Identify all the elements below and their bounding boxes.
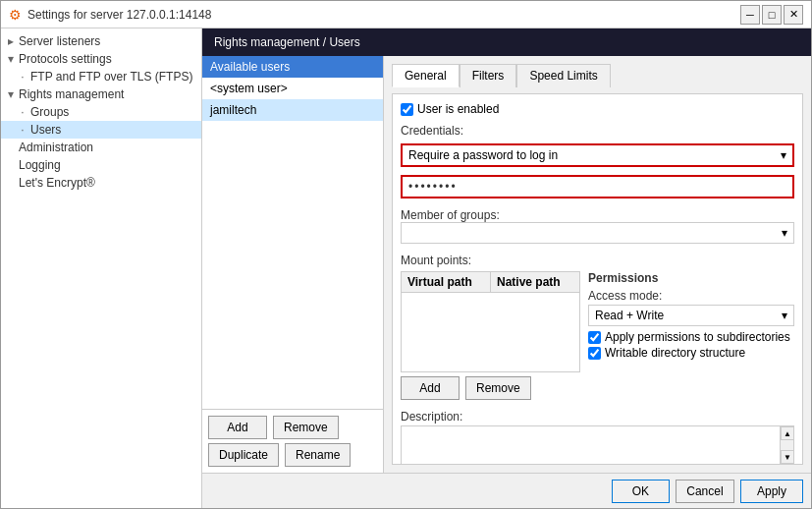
tab-general[interactable]: General: [392, 64, 460, 87]
sidebar-label: Protocols settings: [19, 52, 112, 66]
main-window: ⚙ Settings for server 127.0.0.1:14148 ─ …: [0, 0, 812, 509]
window-icon: ⚙: [9, 7, 22, 23]
permissions-label: Permissions: [588, 271, 794, 285]
expand-icon: ·: [17, 70, 28, 84]
sidebar-label: Users: [30, 123, 61, 137]
member-dropdown-arrow-icon: ▾: [782, 226, 787, 240]
sidebar-label: Rights management: [19, 87, 124, 101]
panel-body: Available users <system user> jamiltech …: [202, 56, 811, 473]
access-dropdown-arrow-icon: ▾: [782, 309, 787, 322]
mount-remove-button[interactable]: Remove: [465, 376, 531, 400]
sidebar-label: Let's Encrypt®: [19, 176, 95, 190]
user-enabled-checkbox[interactable]: [401, 103, 413, 116]
sidebar-item-protocols-settings[interactable]: ▾ Protocols settings: [1, 50, 201, 68]
sidebar-item-ftp-ftps[interactable]: · FTP and FTP over TLS (FTPS): [1, 68, 201, 85]
password-dropdown-label: Require a password to log in: [408, 148, 558, 162]
description-label: Description:: [401, 410, 794, 424]
virtual-path-col-header: Virtual path: [402, 272, 491, 292]
sidebar-item-rights-management[interactable]: ▾ Rights management: [1, 85, 201, 103]
mount-buttons: Add Remove: [401, 376, 580, 400]
dash-icon: ·: [17, 105, 28, 119]
dropdown-arrow-icon: ▾: [781, 148, 786, 162]
users-list-buttons: Add Remove Duplicate Rename: [202, 409, 383, 473]
tabs: General Filters Speed Limits: [392, 64, 803, 87]
access-mode-dropdown[interactable]: Read + Write ▾: [588, 305, 794, 326]
member-dropdown[interactable]: ▾: [401, 222, 794, 244]
user-label: <system user>: [210, 82, 288, 95]
permissions-panel: Permissions Access mode: Read + Write ▾ …: [588, 271, 794, 400]
writable-dir-label: Writable directory structure: [605, 346, 745, 360]
description-scrollbar[interactable]: ▲ ▼: [780, 426, 793, 464]
mount-table: Virtual path Native path: [401, 271, 580, 372]
minimize-button[interactable]: ─: [740, 5, 760, 25]
window-controls: ─ □ ✕: [740, 5, 803, 25]
users-list-header: Available users: [202, 56, 383, 78]
tab-content-general: User is enabled Credentials: Require a p…: [392, 93, 803, 465]
scroll-up-arrow[interactable]: ▲: [781, 426, 794, 440]
expand-icon: ▸: [5, 34, 17, 48]
panel-header: Rights management / Users: [202, 28, 811, 56]
footer: OK Cancel Apply: [202, 473, 811, 508]
add-user-button[interactable]: Add: [208, 416, 267, 439]
mount-table-body: [402, 293, 579, 371]
apply-button[interactable]: Apply: [740, 480, 803, 503]
rename-user-button[interactable]: Rename: [285, 443, 351, 467]
right-panel: Rights management / Users Available user…: [202, 28, 811, 508]
sidebar-item-lets-encrypt[interactable]: Let's Encrypt®: [1, 174, 201, 192]
main-content: ▸ Server listeners ▾ Protocols settings …: [1, 28, 811, 508]
mount-points-label: Mount points:: [401, 254, 794, 267]
expand-icon: ▾: [5, 87, 17, 101]
mount-points-section: Mount points: Virtual path Native path: [401, 254, 794, 400]
writable-dir-checkbox[interactable]: [588, 347, 601, 360]
sidebar-label: Administration: [19, 141, 93, 154]
access-mode-value: Read + Write: [595, 309, 664, 322]
description-section: Description: ▲ ▼: [401, 410, 794, 465]
member-of-groups-section: Member of groups: ▾: [401, 206, 794, 244]
sidebar-item-administration[interactable]: Administration: [1, 139, 201, 156]
btn-row-2: Duplicate Rename: [208, 443, 377, 467]
users-list: Available users <system user> jamiltech …: [202, 56, 384, 473]
sidebar-item-logging[interactable]: Logging: [1, 156, 201, 174]
writable-dir-row: Writable directory structure: [588, 346, 794, 360]
sidebar-item-server-listeners[interactable]: ▸ Server listeners: [1, 32, 201, 50]
password-field[interactable]: ••••••••: [401, 175, 794, 198]
detail-panel: General Filters Speed Limits: [384, 56, 811, 473]
cancel-button[interactable]: Cancel: [676, 480, 734, 503]
description-box[interactable]: ▲ ▼: [401, 425, 794, 465]
apply-subdirs-checkbox[interactable]: [588, 331, 601, 344]
member-of-groups-label: Member of groups:: [401, 208, 794, 222]
credentials-label: Credentials:: [401, 124, 794, 138]
mount-add-button[interactable]: Add: [401, 376, 460, 400]
title-bar: ⚙ Settings for server 127.0.0.1:14148 ─ …: [1, 1, 811, 28]
user-item-jamiltech[interactable]: jamiltech: [202, 99, 383, 121]
scroll-down-arrow[interactable]: ▼: [781, 450, 794, 464]
user-item-system[interactable]: <system user>: [202, 78, 383, 99]
sidebar-item-users[interactable]: · Users: [1, 121, 201, 139]
maximize-button[interactable]: □: [762, 5, 782, 25]
sidebar-label: Server listeners: [19, 34, 100, 48]
scroll-track: [781, 440, 793, 450]
mount-table-wrapper: Virtual path Native path Add Remove: [401, 271, 580, 400]
duplicate-user-button[interactable]: Duplicate: [208, 443, 279, 467]
sidebar-label: Logging: [19, 158, 61, 172]
ok-button[interactable]: OK: [612, 480, 670, 503]
user-enabled-row: User is enabled: [401, 102, 794, 116]
access-mode-label: Access mode:: [588, 289, 794, 303]
sidebar: ▸ Server listeners ▾ Protocols settings …: [1, 28, 202, 508]
remove-user-button[interactable]: Remove: [273, 416, 339, 439]
tab-speed-limits[interactable]: Speed Limits: [516, 64, 610, 87]
native-path-col-header: Native path: [491, 272, 579, 292]
sidebar-label: Groups: [30, 105, 69, 119]
mount-table-header: Virtual path Native path: [402, 272, 579, 293]
password-dots: ••••••••: [408, 180, 458, 194]
apply-subdirs-label: Apply permissions to subdirectories: [605, 330, 790, 344]
mount-permissions-row: Virtual path Native path Add Remove: [401, 271, 794, 400]
user-enabled-label: User is enabled: [417, 102, 499, 116]
tab-filters[interactable]: Filters: [460, 64, 517, 87]
password-dropdown[interactable]: Require a password to log in ▾: [401, 143, 794, 167]
sidebar-item-groups[interactable]: · Groups: [1, 103, 201, 121]
expand-icon: ▾: [5, 52, 17, 66]
close-button[interactable]: ✕: [784, 5, 803, 25]
btn-row-1: Add Remove: [208, 416, 377, 439]
users-list-items: <system user> jamiltech: [202, 78, 383, 409]
